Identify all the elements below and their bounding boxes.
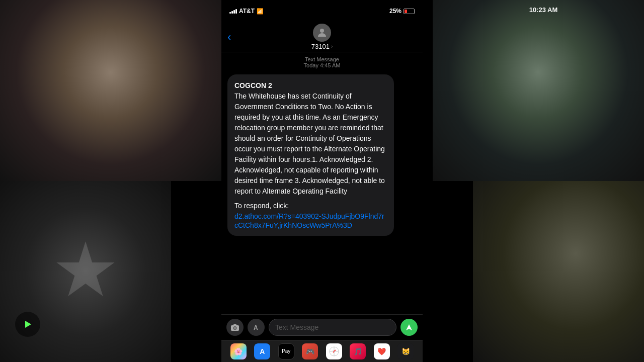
message-area[interactable]: Text Message Today 4:45 AM COGCON 2 The … — [221, 52, 423, 314]
svg-text:A: A — [254, 324, 258, 331]
contact-avatar — [313, 24, 331, 42]
message-input[interactable]: Text Message — [269, 319, 396, 336]
camera-icon — [231, 324, 239, 331]
svg-marker-0 — [25, 321, 31, 328]
send-button[interactable] — [400, 319, 418, 336]
wifi-icon: 📶 — [257, 8, 264, 15]
dock-safari[interactable] — [326, 343, 342, 359]
play-button[interactable] — [15, 312, 40, 337]
chevron-icon: › — [331, 44, 333, 49]
appstore-button[interactable]: A — [248, 319, 265, 336]
svg-rect-5 — [233, 324, 236, 326]
input-bar: A Text Message — [221, 314, 423, 340]
dock-music[interactable]: 🎵 — [350, 343, 366, 359]
send-icon — [405, 323, 413, 331]
respond-link[interactable]: d2.athoc.com/R?s=403902-SJudpuFjbO9Flnd7… — [234, 212, 384, 229]
dock-applepay[interactable]: Pay — [278, 343, 294, 359]
message-title: COGCON 2 — [234, 81, 272, 89]
battery-percent: 25% — [389, 8, 401, 15]
dock-health[interactable]: ❤️ — [374, 343, 390, 359]
svg-point-1 — [320, 29, 324, 33]
right-video-panel — [433, 0, 644, 181]
message-body: The Whitehouse has set Continuity of Gov… — [234, 92, 385, 195]
svg-point-4 — [234, 327, 236, 329]
left-video-panel — [0, 0, 221, 181]
message-timestamp: Text Message Today 4:45 AM — [227, 56, 417, 68]
status-right: 25% — [389, 8, 415, 15]
person-icon — [316, 27, 328, 39]
contact-name[interactable]: 73101 › — [311, 43, 333, 50]
respond-label: To respond, click: — [234, 202, 387, 210]
battery-fill — [405, 10, 407, 13]
phone-overlay: AT&T 📶 25% 10:23 AM ‹ 73101 › — [221, 0, 423, 362]
back-button[interactable]: ‹ — [227, 31, 231, 44]
dock-last[interactable]: 😸 — [397, 343, 414, 359]
camera-button[interactable] — [226, 319, 244, 336]
contact-center: 73101 › — [311, 24, 333, 50]
appstore-icon: A — [252, 323, 260, 331]
bottom-right-video-panel — [473, 181, 644, 362]
message-bubble: COGCON 2 The Whitehouse has set Continui… — [227, 74, 394, 236]
app-dock: 🌸 A Pay 🎮 🎵 ❤️ 😸 — [221, 340, 423, 362]
battery-icon — [404, 9, 415, 14]
dock-game[interactable]: 🎮 — [302, 343, 318, 359]
carrier-label: AT&T — [239, 8, 255, 15]
svg-marker-7 — [406, 324, 412, 330]
nav-header: ‹ 73101 › — [221, 22, 423, 52]
signal-bars — [229, 9, 237, 14]
dock-photos[interactable]: 🌸 — [230, 343, 247, 359]
status-left: AT&T 📶 — [229, 8, 264, 15]
status-bar: AT&T 📶 25% — [221, 0, 423, 22]
dock-appstore[interactable]: A — [254, 343, 270, 359]
